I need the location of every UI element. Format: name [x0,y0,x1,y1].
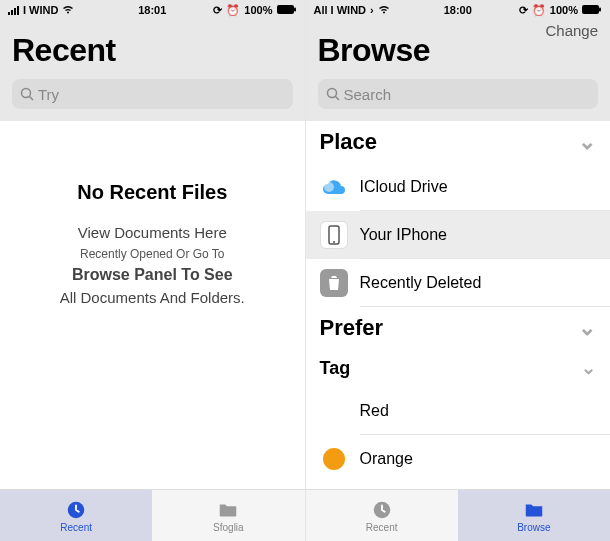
status-time: 18:00 [444,4,472,16]
list-item-label: Recently Deleted [360,274,482,292]
change-button[interactable]: Change [545,22,598,39]
browse-body: Place ⌄ ICloud Drive Your IPhone Recentl… [306,121,611,489]
wifi-icon [62,4,74,16]
section-tag[interactable]: Tag ⌄ [306,349,611,387]
status-time: 18:01 [138,4,166,16]
list-item-label: Red [360,402,389,420]
alarm-icon: ⏰ [226,4,240,17]
empty-heading: No Recent Files [77,181,227,204]
clock-icon [370,499,394,521]
browse-pane: All I WIND › 18:00 ⟳ ⏰ 100% Change Brows… [306,0,611,541]
empty-line2: Recently Opened Or Go To [80,245,225,263]
search-icon [326,87,340,101]
search-placeholder: Try [38,86,59,103]
phone-icon [320,221,348,249]
svg-rect-1 [294,8,296,12]
empty-line4: All Documents And Folders. [60,287,245,310]
section-place[interactable]: Place ⌄ [306,121,611,163]
svg-line-8 [335,97,339,101]
browse-header: Change Browse Search [306,20,611,121]
status-right: ⟳ ⏰ 100% [519,4,602,17]
wifi-icon [378,4,390,16]
tab-label: Browse [517,522,550,533]
search-placeholder: Search [344,86,392,103]
tag-item-orange[interactable]: Orange [306,435,611,483]
place-item-trash[interactable]: Recently Deleted [306,259,611,307]
empty-state: No Recent Files View Documents Here Rece… [0,121,305,489]
chevron-down-icon: ⌄ [578,315,596,341]
alarm-icon: ⏰ [532,4,546,17]
empty-line3: Browse Panel To See [72,263,233,287]
list-item-label: Orange [360,450,413,468]
status-bar: All I WIND › 18:00 ⟳ ⏰ 100% [306,0,611,20]
tab-bar: Recent Browse [306,489,611,541]
folder-icon [522,499,546,521]
empty-line1: View Documents Here [78,222,227,245]
svg-point-11 [333,241,335,243]
clock-icon [64,499,88,521]
tab-browse[interactable]: Browse [458,490,610,541]
svg-point-7 [327,89,336,98]
svg-line-3 [30,97,34,101]
carrier-label: All I WIND [314,4,367,16]
page-title: Recent [12,32,293,69]
tab-browse[interactable]: Sfoglia [152,490,304,541]
cloud-icon [320,173,348,201]
svg-rect-0 [277,5,294,14]
search-icon [20,87,34,101]
chevron-right-icon: › [370,4,374,16]
svg-rect-6 [599,8,601,12]
section-heading: Place [320,129,378,155]
tab-label: Sfoglia [213,522,244,533]
status-bar: I WIND 18:01 ⟳ ⏰ 100% [0,0,305,20]
list-item-label: Your IPhone [360,226,447,244]
tag-color-icon [320,445,348,473]
battery-percent: 100% [550,4,578,16]
rotation-lock-icon: ⟳ [213,4,222,17]
trash-icon [320,269,348,297]
section-heading: Tag [320,358,351,379]
svg-point-2 [22,89,31,98]
status-left: I WIND [8,4,74,16]
battery-icon [277,4,297,16]
signal-icon [8,6,19,15]
chevron-down-icon: ⌄ [578,129,596,155]
search-input[interactable]: Try [12,79,293,109]
folder-icon [216,499,240,521]
recent-header: Recent Try [0,20,305,121]
svg-rect-5 [582,5,599,14]
tab-recent[interactable]: Recent [0,490,152,541]
status-right: ⟳ ⏰ 100% [213,4,296,17]
place-item-icloud[interactable]: ICloud Drive [306,163,611,211]
tag-color-icon [320,397,348,425]
tab-label: Recent [60,522,92,533]
status-left: All I WIND › [314,4,390,16]
section-heading: Prefer [320,315,384,341]
recent-pane: I WIND 18:01 ⟳ ⏰ 100% Recent Try No Rece… [0,0,306,541]
list-item-label: ICloud Drive [360,178,448,196]
tag-item-red[interactable]: Red [306,387,611,435]
place-item-iphone[interactable]: Your IPhone [306,211,611,259]
tab-bar: Recent Sfoglia [0,489,305,541]
rotation-lock-icon: ⟳ [519,4,528,17]
chevron-down-icon: ⌄ [581,357,596,379]
battery-icon [582,4,602,16]
tab-label: Recent [366,522,398,533]
carrier-label: I WIND [23,4,58,16]
svg-point-9 [324,182,334,192]
battery-percent: 100% [244,4,272,16]
search-input[interactable]: Search [318,79,599,109]
section-prefer[interactable]: Prefer ⌄ [306,307,611,349]
tab-recent[interactable]: Recent [306,490,458,541]
